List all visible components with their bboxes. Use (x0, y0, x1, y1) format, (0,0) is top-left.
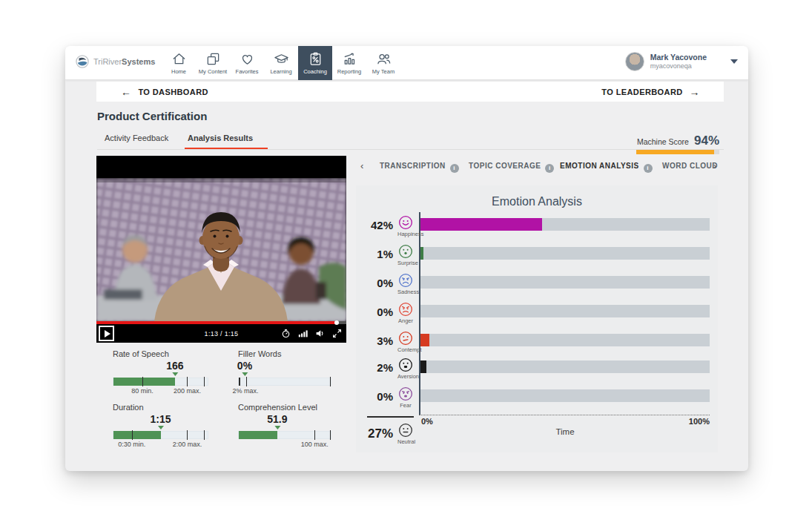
emotion-row-contempt: 3% Contempt (356, 331, 718, 356)
metric-comprehension-level: Comprehension Level 51.9 100 max. (238, 403, 331, 450)
brand-logo[interactable]: TriRiverSystems (76, 55, 155, 68)
volume-icon[interactable] (315, 329, 325, 338)
nav-item-my-content[interactable]: My Content (196, 46, 230, 80)
chart-x-axis (419, 415, 710, 415)
emotion-row-fear: 0% Fear (356, 386, 718, 412)
aversion-face-icon: Aversion (397, 358, 414, 380)
chevron-down-icon[interactable] (730, 59, 738, 64)
metric-duration: Duration 1:15 0:30 min. 2:00 max. (113, 403, 208, 450)
emotion-row-surprise: 1% Surprise (356, 244, 718, 269)
marker-icon (274, 426, 280, 429)
arrow-right-icon: → (690, 86, 700, 98)
home-icon (171, 51, 187, 67)
metric-gauge (113, 378, 208, 386)
analysis-tab-bar: ‹ TRANSCRIPTIONi TOPIC COVERAGEi EMOTION… (356, 157, 718, 180)
graduation-cap-icon (274, 51, 289, 67)
user-name: Mark Yacovone (650, 53, 707, 62)
machine-score: Machine Score 94% (636, 134, 719, 154)
tabs-scroll-right[interactable]: › (713, 160, 716, 171)
happiness-face-icon: Happiness (397, 215, 414, 237)
main-navigation: Home My Content Favorites Learning Coach… (162, 46, 400, 80)
arrow-left-icon: ← (121, 86, 131, 98)
info-icon[interactable]: i (644, 164, 653, 173)
tririver-logo-icon (76, 55, 89, 68)
emotion-bar (420, 218, 710, 231)
emotion-bar (420, 276, 710, 289)
marker-icon (158, 426, 164, 429)
team-icon (376, 51, 392, 67)
machine-score-bar (636, 150, 719, 154)
emotion-analysis-panel: Emotion Analysis 42% Happiness 1% Surpri… (356, 185, 718, 452)
top-bar: TriRiverSystems Home My Content Favorite… (65, 46, 748, 80)
emotion-row-sadness: 0% Sadness (356, 273, 718, 298)
marker-icon (242, 372, 248, 376)
emotion-row-anger: 0% Anger (356, 302, 718, 327)
to-leaderboard-link[interactable]: TO LEADERBOARD → (601, 86, 700, 98)
user-names: Mark Yacovone myacovoneqa (650, 53, 707, 70)
emotion-bar (420, 247, 710, 260)
metric-value: 1:15 (150, 414, 171, 425)
user-menu[interactable]: Mark Yacovone myacovoneqa (625, 52, 738, 71)
to-dashboard-link[interactable]: ← TO DASHBOARD (121, 86, 208, 98)
info-icon[interactable]: i (545, 164, 554, 173)
neutral-face-icon: Neutral (397, 423, 414, 445)
metric-value: 0% (237, 360, 252, 372)
anger-face-icon: Anger (397, 302, 414, 324)
nav-item-my-team[interactable]: My Team (366, 46, 400, 80)
emotion-row-neutral: 27% Neutral (356, 423, 718, 448)
machine-score-value: 94% (694, 134, 719, 148)
emotion-row-happiness: 42% Happiness (356, 215, 718, 240)
emotion-bar (420, 389, 710, 402)
tab-emotion-analysis[interactable]: EMOTION ANALYSISi (560, 162, 653, 173)
coaching-clipboard-icon (308, 51, 323, 67)
quality-bars-icon[interactable] (298, 329, 308, 338)
metric-gauge (238, 431, 331, 439)
video-frame (96, 178, 346, 321)
nav-item-reporting[interactable]: Reporting (332, 46, 366, 80)
chart-title: Emotion Analysis (356, 195, 718, 208)
metric-gauge (113, 431, 208, 439)
tab-word-cloud[interactable]: WORD CLOUD (662, 162, 718, 170)
play-icon (105, 330, 110, 337)
nav-item-coaching[interactable]: Coaching (298, 46, 332, 80)
metric-value: 166 (166, 360, 183, 372)
metric-gauge (238, 378, 331, 386)
user-handle: myacovoneqa (650, 62, 707, 70)
metric-value: 51.9 (267, 414, 287, 425)
nav-item-learning[interactable]: Learning (264, 46, 298, 80)
content-icon (205, 51, 221, 67)
emotion-bar (420, 305, 710, 317)
emotion-row-aversion: 2% Aversion (356, 358, 718, 383)
tab-transcription[interactable]: TRANSCRIPTIONi (380, 162, 459, 173)
play-button[interactable] (99, 326, 114, 341)
emotion-bar (420, 334, 710, 346)
contempt-face-icon: Contempt (397, 331, 414, 353)
machine-score-label: Machine Score (637, 137, 689, 146)
metric-rate-of-speech: Rate of Speech 166 80 min. 200 max. (113, 349, 208, 396)
tabs-scroll-left[interactable]: ‹ (360, 160, 363, 171)
surprise-face-icon: Surprise (397, 244, 414, 266)
neutral-divider (367, 416, 414, 418)
emotion-bar (420, 360, 710, 373)
tab-analysis-results[interactable]: Analysis Results (188, 134, 253, 148)
screen: TriRiverSystems Home My Content Favorite… (0, 0, 812, 517)
tab-topic-coverage[interactable]: TOPIC COVERAGEi (469, 162, 554, 173)
fullscreen-icon[interactable] (332, 329, 342, 338)
playback-speed-icon[interactable] (281, 329, 291, 338)
app-window: TriRiverSystems Home My Content Favorite… (65, 46, 748, 471)
nav-item-favorites[interactable]: Favorites (230, 46, 264, 80)
nav-item-home[interactable]: Home (162, 46, 196, 80)
info-icon[interactable]: i (450, 164, 459, 173)
subnav-strip: ← TO DASHBOARD TO LEADERBOARD → (96, 82, 724, 102)
brand-name: TriRiverSystems (93, 57, 155, 66)
page-tabs: Activity Feedback Analysis Results Machi… (97, 134, 724, 150)
sadness-face-icon: Sadness (397, 273, 414, 295)
heart-icon (240, 51, 255, 67)
bar-chart-icon (342, 51, 357, 67)
tab-activity-feedback[interactable]: Activity Feedback (105, 134, 168, 148)
page-title: Product Certification (97, 110, 207, 122)
video-time: 1:13 / 1:15 (205, 330, 239, 337)
marker-icon (172, 372, 178, 376)
metric-filler-words: Filler Words 0% 2% max. (238, 349, 331, 396)
video-player[interactable]: 1:13 / 1:15 (96, 156, 346, 343)
